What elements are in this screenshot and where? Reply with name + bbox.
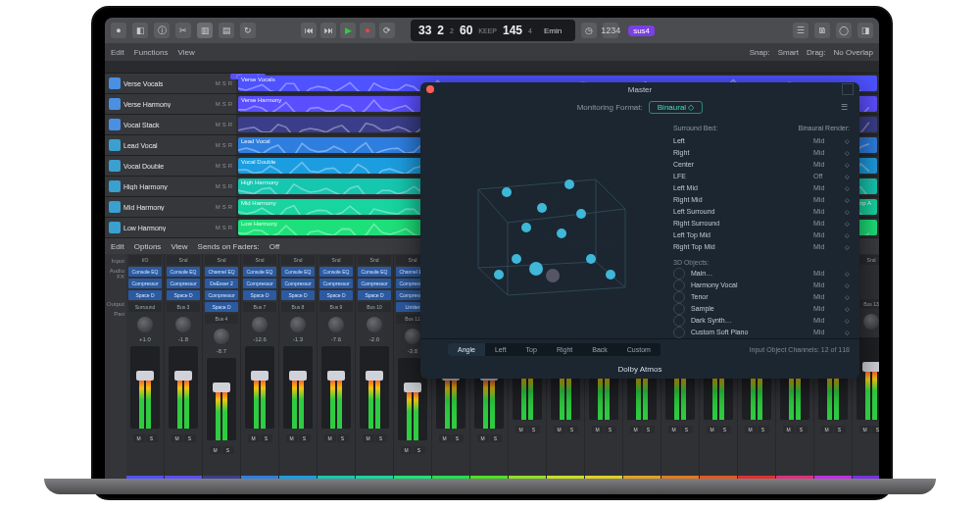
view-tab[interactable]: Right	[547, 343, 582, 356]
pan-knob[interactable]	[367, 317, 382, 332]
output-slot[interactable]: Bus 7	[243, 302, 276, 312]
fader-cap[interactable]	[862, 362, 879, 372]
track-header[interactable]: Verse Harmony MSR	[105, 94, 236, 114]
plugin-slot[interactable]: Channel EQ	[205, 267, 238, 277]
menu-view[interactable]: View	[177, 48, 194, 57]
mute-button[interactable]: M	[477, 434, 489, 442]
track-header[interactable]: Verse Vocals MSR	[105, 74, 236, 93]
output-slot[interactable]: Bus 3	[167, 302, 200, 312]
chord-display[interactable]: sus4	[628, 26, 655, 36]
fader[interactable]	[169, 346, 198, 429]
bed-channel-row[interactable]: Right Top MidMid◇	[673, 241, 850, 253]
mute-button[interactable]: M	[707, 426, 718, 434]
plugin-slot[interactable]: Space D	[243, 290, 276, 300]
mute-button[interactable]: M	[401, 446, 413, 454]
fader[interactable]	[283, 346, 313, 429]
mute-button[interactable]: M	[210, 446, 221, 454]
plugin-slot[interactable]: Console EQ	[319, 267, 353, 277]
io-label[interactable]: Snd	[205, 255, 238, 265]
object-row[interactable]: Harmony VocalMid◇	[673, 280, 850, 291]
object-active-icon[interactable]	[673, 291, 685, 303]
object-render-value[interactable]: Mid	[813, 317, 839, 324]
toolbar-icon[interactable]: ✂	[175, 23, 191, 38]
list-icon[interactable]: ☰	[793, 23, 808, 38]
plugin-slot[interactable]: Compressor	[128, 279, 162, 288]
object-row[interactable]: Custom Soft PianoMid◇	[673, 327, 850, 338]
bed-channel-row[interactable]: RightMid◇	[673, 147, 850, 159]
bed-render-value[interactable]: Mid	[813, 231, 839, 238]
menu-functions[interactable]: Functions	[134, 48, 169, 57]
solo-button[interactable]: S	[719, 426, 731, 434]
track-header[interactable]: Lead Vocal MSR	[105, 135, 236, 155]
mute-button[interactable]: M	[248, 434, 260, 442]
solo-button[interactable]: S	[872, 426, 879, 434]
menu-edit[interactable]: Edit	[111, 48, 124, 57]
mute-button[interactable]: M	[554, 426, 565, 434]
traffic-light-icon[interactable]: ●	[111, 23, 126, 38]
pan-knob[interactable]	[405, 329, 420, 344]
fader[interactable]	[857, 337, 879, 420]
track-header[interactable]: Vocal Stack MSR	[105, 115, 236, 134]
object-active-icon[interactable]	[673, 327, 685, 338]
plugin-slot[interactable]: Space D	[128, 290, 162, 300]
mute-button[interactable]: M	[515, 426, 527, 434]
io-label[interactable]: I/O	[128, 255, 162, 265]
solo-button[interactable]: S	[222, 446, 234, 454]
record-button[interactable]: ●	[360, 23, 375, 38]
solo-button[interactable]: S	[681, 426, 693, 434]
expand-icon[interactable]	[842, 83, 854, 95]
output-slot[interactable]: Bus 9	[319, 302, 353, 312]
solo-button[interactable]: S	[261, 434, 272, 442]
mute-button[interactable]: M	[668, 426, 680, 434]
library-icon[interactable]: ◧	[132, 23, 148, 38]
object-row[interactable]: Main…Mid◇	[673, 268, 850, 280]
view-tab[interactable]: Left	[485, 343, 516, 356]
track-header[interactable]: Mid Harmony MSR	[105, 197, 236, 217]
output-slot[interactable]: Bus 10	[358, 302, 391, 312]
plugin-slot[interactable]: Console EQ	[128, 267, 162, 277]
bed-channel-row[interactable]: LeftMid◇	[673, 135, 850, 147]
fader[interactable]	[207, 358, 236, 440]
plugin-slot[interactable]: Compressor	[243, 279, 276, 288]
object-row[interactable]: TenorMid◇	[673, 291, 850, 303]
bed-render-value[interactable]: Mid	[813, 161, 839, 168]
object-active-icon[interactable]	[673, 303, 685, 315]
timeline-ruler[interactable]	[105, 61, 879, 74]
solo-button[interactable]: S	[834, 426, 846, 434]
io-label[interactable]: Snd	[358, 255, 391, 265]
inspector-icon[interactable]: ⓘ	[154, 23, 170, 38]
forward-button[interactable]: ⏭	[320, 23, 336, 38]
track-header[interactable]: Vocal Double MSR	[105, 156, 236, 176]
play-button[interactable]: ▶	[340, 23, 356, 38]
mute-button[interactable]: M	[592, 426, 604, 434]
count-in-icon[interactable]: 1234	[603, 23, 618, 38]
plugin-slot[interactable]: Compressor	[167, 279, 200, 288]
drag-value[interactable]: No Overlap	[834, 48, 873, 57]
bed-render-value[interactable]: Mid	[813, 196, 839, 203]
solo-button[interactable]: S	[758, 426, 769, 434]
object-active-icon[interactable]	[673, 280, 685, 291]
fader-cap[interactable]	[404, 382, 421, 392]
io-label[interactable]: Snd	[319, 255, 353, 265]
pan-knob[interactable]	[214, 329, 229, 344]
fader-cap[interactable]	[289, 371, 307, 381]
mute-button[interactable]: M	[783, 426, 795, 434]
object-render-value[interactable]: Mid	[813, 305, 839, 312]
object-row[interactable]: SampleMid◇	[673, 303, 850, 315]
mute-button[interactable]: M	[286, 434, 298, 442]
io-label[interactable]: Snd	[167, 255, 200, 265]
mute-button[interactable]: M	[133, 434, 145, 442]
fader[interactable]	[360, 346, 389, 429]
solo-button[interactable]: S	[146, 434, 158, 442]
mix-view[interactable]: View	[171, 242, 187, 251]
fader-cap[interactable]	[213, 382, 230, 392]
solo-button[interactable]: S	[299, 434, 311, 442]
list-menu-icon[interactable]: ☰	[841, 103, 848, 112]
mute-button[interactable]: M	[439, 434, 451, 442]
atmos-3d-room[interactable]	[420, 119, 673, 338]
fader-cap[interactable]	[251, 371, 269, 381]
plugin-slot[interactable]: Console EQ	[358, 267, 391, 277]
editors-icon[interactable]: ▤	[219, 23, 234, 38]
view-tab[interactable]: Top	[516, 343, 547, 356]
bed-render-value[interactable]: Mid	[813, 137, 839, 144]
